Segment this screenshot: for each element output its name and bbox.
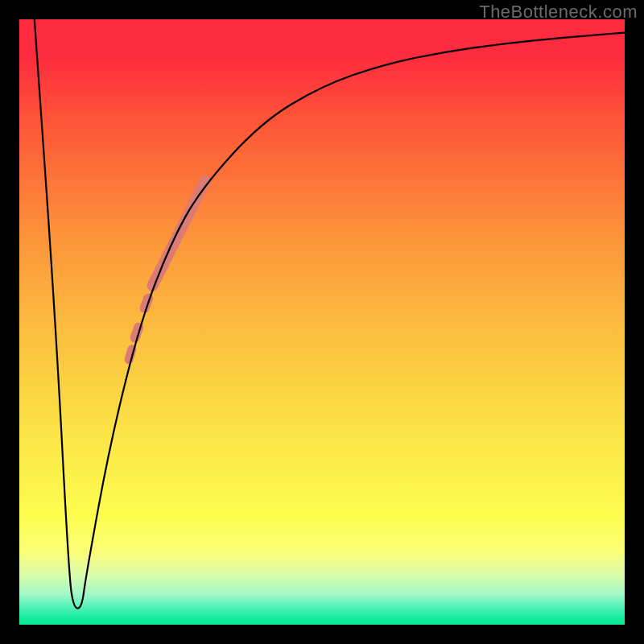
curve-svg xyxy=(19,19,625,625)
chart-frame: TheBottleneck.com xyxy=(0,0,644,644)
plot-area xyxy=(19,19,625,625)
watermark-text: TheBottleneck.com xyxy=(479,2,638,23)
highlight-layer xyxy=(129,181,205,360)
bottleneck-curve xyxy=(35,19,625,609)
